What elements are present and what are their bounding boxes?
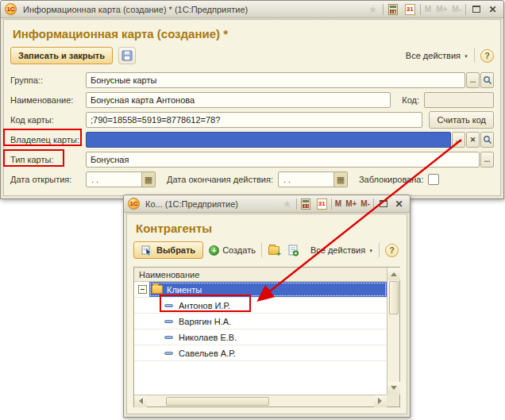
group-input[interactable]: Бонусные карты xyxy=(86,72,465,88)
vertical-scrollbar[interactable] xyxy=(387,268,399,395)
arrow-right-icon xyxy=(378,398,385,404)
save-button[interactable] xyxy=(118,47,136,64)
memory-m-plus-button[interactable]: M+ xyxy=(345,199,357,208)
maximize-button[interactable] xyxy=(376,197,390,210)
calculator-icon[interactable] xyxy=(387,2,400,16)
name-label: Наименование: xyxy=(10,95,86,105)
group-ellipsis-button[interactable]: ... xyxy=(466,72,480,88)
read-code-button[interactable]: Считать код xyxy=(429,111,494,129)
scroll-left-button[interactable] xyxy=(134,395,147,407)
create-by-copy-button[interactable] xyxy=(287,244,300,257)
name-input[interactable]: Бонусная карта Антонова xyxy=(86,92,391,108)
chevron-down-icon: ▼ xyxy=(464,54,468,59)
scroll-down-button[interactable] xyxy=(387,382,400,395)
owner-search-button[interactable] xyxy=(480,132,494,148)
all-actions-button[interactable]: Все действия ▼ xyxy=(310,245,373,255)
card-code-label: Код карты: xyxy=(10,115,86,125)
child-window-body: Контрагенты Выбрать + Создать + Все дейс… xyxy=(126,214,407,414)
page-title: Информационная карта (создание) * xyxy=(13,26,500,42)
memory-m-minus-button[interactable]: M- xyxy=(451,5,462,13)
group-label: Группа:: xyxy=(10,75,86,85)
chevron-down-icon: ▼ xyxy=(368,249,373,253)
owner-label: Владелец карты: xyxy=(10,135,86,144)
counterparties-title: Контрагенты xyxy=(136,221,407,237)
memory-m-minus-button[interactable]: M- xyxy=(360,199,371,208)
owner-input[interactable] xyxy=(86,132,451,148)
favorites-star-icon[interactable]: ★ xyxy=(366,2,380,16)
calendar-icon[interactable]: 31 xyxy=(403,2,417,16)
child-window-title: Ко... (1С:Предприятие) xyxy=(142,199,238,209)
open-date-calendar-button[interactable]: ▦ xyxy=(141,172,155,187)
document-plus-icon xyxy=(287,245,299,256)
blocked-checkbox[interactable] xyxy=(428,174,439,185)
group-search-button[interactable] xyxy=(480,72,494,88)
create-group-button[interactable]: + xyxy=(268,244,281,257)
toolbar-separator xyxy=(474,48,475,63)
code-label: Код: xyxy=(402,95,419,105)
memory-m-button[interactable]: M xyxy=(334,199,342,208)
save-and-close-button[interactable]: Записать и закрыть xyxy=(10,47,113,64)
code-input xyxy=(424,92,494,108)
maximize-button[interactable] xyxy=(469,2,483,16)
horizontal-scroll-thumb[interactable] xyxy=(166,397,269,406)
card-type-ellipsis-button[interactable]: ... xyxy=(480,152,494,168)
all-actions-button[interactable]: Все действия ▼ xyxy=(406,51,468,60)
help-button[interactable]: ? xyxy=(385,244,399,257)
main-window: 1С Информационная карта (создание) * (1С… xyxy=(0,0,504,199)
child-titlebar[interactable]: 1С Ко... (1С:Предприятие) ★ 31 M M+ M- ✕ xyxy=(124,195,410,213)
scroll-up-button[interactable] xyxy=(387,268,400,280)
select-cursor-icon xyxy=(141,245,152,256)
magnifier-icon xyxy=(483,135,492,144)
card-type-input[interactable]: Бонусная xyxy=(86,152,480,168)
counterparties-window: 1С Ко... (1С:Предприятие) ★ 31 M M+ M- ✕… xyxy=(123,195,411,418)
calendar-icon[interactable]: 31 xyxy=(315,197,329,210)
select-button[interactable]: Выбрать xyxy=(133,241,203,259)
card-code-input[interactable]: ;790=18558=5919=8778612=78? xyxy=(86,112,422,128)
collapse-icon[interactable] xyxy=(138,285,147,294)
group-row: Группа:: Бонусные карты ... xyxy=(10,72,494,88)
main-window-title: Информационная карта (создание) * (1С:Пр… xyxy=(20,5,248,14)
list-item[interactable]: Николаев Е.В. xyxy=(134,329,387,345)
child-toolbar: Выбрать + Создать + Все действия ▼ ? xyxy=(133,241,400,260)
memory-m-plus-button[interactable]: M+ xyxy=(435,5,448,13)
end-date-input[interactable]: . . ▦ xyxy=(278,171,348,187)
titlebar-separator xyxy=(465,4,466,15)
1c-logo-icon: 1С xyxy=(5,3,17,15)
name-row: Наименование: Бонусная карта Антонова Ко… xyxy=(10,92,494,108)
owner-clear-button[interactable]: ✕ xyxy=(466,132,480,148)
titlebar-separator xyxy=(420,4,421,15)
titlebar-separator xyxy=(331,198,332,210)
scroll-right-button[interactable] xyxy=(374,395,387,407)
grid-calendar-icon: ▦ xyxy=(337,175,345,185)
dates-row: Дата открытия: . . ▦ Дата окончания дейс… xyxy=(10,171,494,187)
help-button[interactable]: ? xyxy=(480,49,494,63)
scrollbar-corner xyxy=(387,395,399,407)
card-code-row: Код карты: ;790=18558=5919=8778612=78? С… xyxy=(10,112,494,128)
create-button[interactable]: + Создать xyxy=(209,245,256,256)
memory-m-button[interactable]: M xyxy=(424,5,432,13)
main-titlebar[interactable]: 1С Информационная карта (создание) * (1С… xyxy=(1,1,503,18)
grid-calendar-icon: ▦ xyxy=(145,175,152,185)
close-button[interactable]: ✕ xyxy=(486,2,499,16)
titlebar-separator xyxy=(373,198,374,210)
list-main-area: Наименование Клиенты Антонов И.Р. Варяги… xyxy=(134,268,387,395)
column-header-name[interactable]: Наименование xyxy=(134,268,387,282)
list-item[interactable]: Савельев А.Р. xyxy=(134,345,387,361)
favorites-star-icon[interactable]: ★ xyxy=(280,197,294,210)
close-button[interactable]: ✕ xyxy=(392,197,406,210)
list-item[interactable]: Варягин Н.А. xyxy=(134,314,387,329)
list-item[interactable]: Антонов И.Р. xyxy=(134,298,387,314)
open-date-input[interactable]: . . ▦ xyxy=(86,171,156,187)
toolbar-separator xyxy=(379,243,380,257)
vertical-scroll-thumb[interactable] xyxy=(389,281,399,314)
group-row-clients[interactable]: Клиенты xyxy=(134,282,387,298)
calculator-icon[interactable] xyxy=(299,197,313,210)
horizontal-scrollbar[interactable] xyxy=(134,395,387,407)
owner-ellipsis-button[interactable]: ... xyxy=(452,132,465,148)
card-type-label: Тип карты: xyxy=(10,155,86,164)
element-icon xyxy=(164,336,173,339)
blocked-label: Заблокирована: xyxy=(359,175,424,184)
toolbar-separator xyxy=(261,243,262,257)
end-date-calendar-button[interactable]: ▦ xyxy=(333,172,347,187)
owner-row: Владелец карты: ... ✕ xyxy=(10,132,494,148)
